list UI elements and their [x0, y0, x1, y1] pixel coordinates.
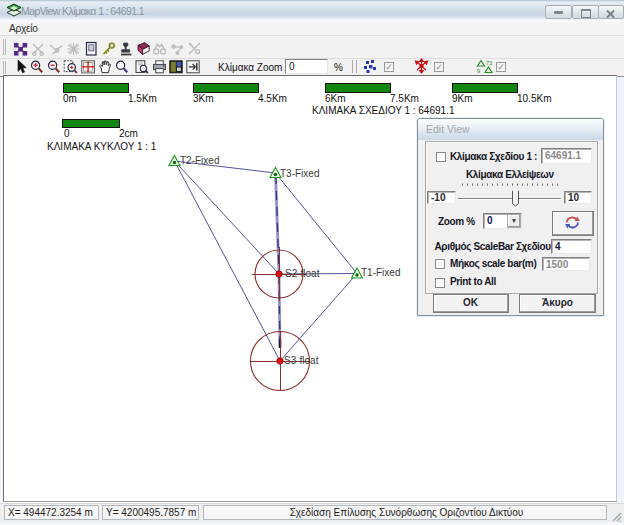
svg-text:9: 9 [477, 68, 480, 74]
svg-text:73: 73 [486, 60, 492, 66]
